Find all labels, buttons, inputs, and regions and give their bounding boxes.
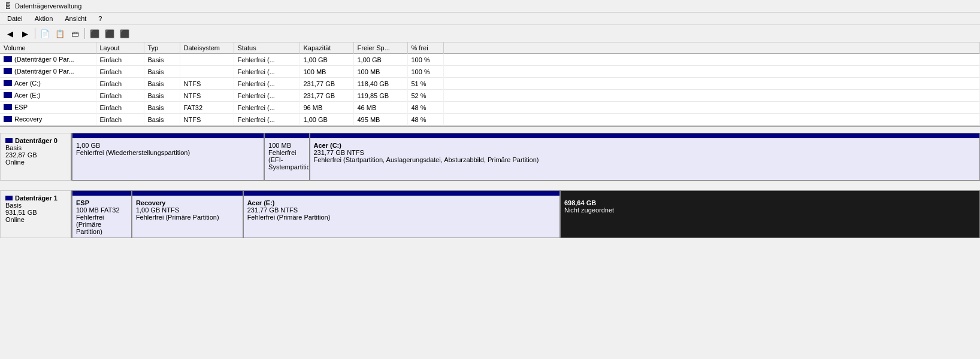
menu-item-aktion[interactable]: Aktion [32, 14, 56, 23]
table-row[interactable]: Acer (E:)EinfachBasisNTFSFehlerfrei (...… [0, 90, 980, 102]
disk-area: Datenträger 0 Basis 232,87 GB Online 1,0… [0, 127, 980, 359]
partition-label: ESP [76, 199, 128, 206]
cell-freier_sp: 46 MB [353, 102, 407, 114]
cell-prozent: 100 % [407, 66, 443, 78]
cell-typ: Basis [144, 90, 180, 102]
disk-icon [5, 138, 13, 143]
cell-freier_sp: 100 MB [353, 66, 407, 78]
disk-row: Datenträger 1 Basis 931,51 GB Online ESP… [0, 190, 980, 238]
cell-volume: (Datenträger 0 Par... [0, 54, 96, 66]
icon5[interactable]: ⬛ [103, 27, 116, 40]
forward-button[interactable]: ▶ [19, 27, 32, 40]
partition-bar [72, 133, 264, 138]
disk-type: Basis [5, 202, 66, 209]
disk-icon [5, 196, 13, 200]
title-bar: 🗄 Datenträgerverwaltung [0, 0, 980, 13]
cell-freier_sp: 495 MB [353, 114, 407, 126]
cell-kapazitaet: 1,00 GB [300, 54, 353, 66]
table-row[interactable]: Acer (C:)EinfachBasisNTFSFehlerfrei (...… [0, 78, 980, 90]
cell-volume: Recovery [0, 114, 96, 126]
table-row[interactable]: ESPEinfachBasisFAT32Fehlerfrei (...96 MB… [0, 102, 980, 114]
partition-size: 231,77 GB NTFS [314, 149, 976, 156]
disk-size: 931,51 GB [5, 209, 66, 216]
disk-label: Datenträger 0 Basis 232,87 GB Online [0, 133, 72, 181]
cell-prozent: 52 % [407, 90, 443, 102]
partition-desc: Fehlerfrei (Startpartition, Auslagerungs… [314, 156, 976, 163]
cell-kapazitaet: 1,00 GB [300, 114, 353, 126]
cell-volume: Acer (E:) [0, 90, 96, 102]
cell-prozent: 48 % [407, 102, 443, 114]
partition-desc: Fehlerfrei (Primäre Partition) [76, 214, 128, 235]
icon3[interactable]: 🗃 [68, 27, 81, 40]
partition-size: 1,00 GB [76, 142, 260, 149]
cell-status: Fehlerfrei (... [234, 102, 300, 114]
col-prozent: % frei [407, 42, 443, 54]
cell-typ: Basis [144, 114, 180, 126]
app-icon: 🗄 [5, 2, 11, 10]
main-area: Volume Layout Typ Dateisystem Status Kap… [0, 42, 980, 359]
partition-desc: Nicht zugeordnet [564, 206, 614, 214]
toolbar: ◀▶📄📋🗃⬛⬛⬛ [0, 25, 980, 42]
icon6[interactable]: ⬛ [118, 27, 131, 40]
partition-desc: Fehlerfrei (Wiederherstellungspartition) [76, 149, 260, 156]
cell-status: Fehlerfrei (... [234, 54, 300, 66]
partition-bar [72, 191, 131, 196]
menu-item-ansicht[interactable]: Ansicht [62, 14, 89, 23]
table-row[interactable]: (Datenträger 0 Par...EinfachBasisFehlerf… [0, 54, 980, 66]
cell-dateisystem: NTFS [180, 114, 234, 126]
partition[interactable]: 1,00 GB Fehlerfrei (Wiederherstellungspa… [72, 133, 265, 180]
col-dateisystem: Dateisystem [180, 42, 234, 54]
partition[interactable]: ESP 100 MB FAT32 Fehlerfrei (Primäre Par… [72, 191, 132, 238]
partition-bar [310, 133, 980, 138]
col-extra [443, 42, 980, 54]
partition[interactable]: 100 MB Fehlerfrei (EFI-Systempartition) [265, 133, 310, 180]
disk-partitions: ESP 100 MB FAT32 Fehlerfrei (Primäre Par… [72, 190, 980, 238]
cell-freier_sp: 119,85 GB [353, 90, 407, 102]
cell-extra [443, 54, 980, 66]
cell-layout: Einfach [96, 90, 144, 102]
col-typ: Typ [144, 42, 180, 54]
cell-kapazitaet: 96 MB [300, 102, 353, 114]
icon2[interactable]: 📋 [53, 27, 66, 40]
partition-size: 100 MB FAT32 [76, 206, 128, 214]
volume-table-area: Volume Layout Typ Dateisystem Status Kap… [0, 42, 980, 127]
cell-freier_sp: 1,00 GB [353, 54, 407, 66]
cell-extra [443, 78, 980, 90]
cell-typ: Basis [144, 66, 180, 78]
partition[interactable]: 698,64 GB Nicht zugeordnet [561, 191, 979, 238]
volume-table-body: (Datenträger 0 Par...EinfachBasisFehlerf… [0, 54, 980, 126]
cell-dateisystem [180, 54, 234, 66]
disk-row: Datenträger 0 Basis 232,87 GB Online 1,0… [0, 133, 980, 181]
disk-status: Online [5, 159, 66, 166]
cell-extra [443, 114, 980, 126]
icon4[interactable]: ⬛ [88, 27, 101, 40]
disk-status: Online [5, 216, 66, 223]
title-text: Datenträgerverwaltung [15, 2, 81, 10]
disk-label-name: Datenträger 0 [5, 137, 66, 144]
table-row[interactable]: (Datenträger 0 Par...EinfachBasisFehlerf… [0, 66, 980, 78]
col-kapazitaet: Kapazität [300, 42, 353, 54]
cell-extra [443, 102, 980, 114]
partition[interactable]: Acer (C:) 231,77 GB NTFS Fehlerfrei (Sta… [310, 133, 980, 180]
partition[interactable]: Acer (E:) 231,77 GB NTFS Fehlerfrei (Pri… [244, 191, 561, 238]
partition-desc: Fehlerfrei (Primäre Partition) [247, 214, 556, 221]
back-button[interactable]: ◀ [4, 27, 17, 40]
partition-label: Recovery [136, 199, 239, 206]
partition-size: 1,00 GB NTFS [136, 206, 239, 214]
menu-item-datei[interactable]: Datei [5, 14, 25, 23]
toolbar-separator [84, 28, 85, 39]
cell-typ: Basis [144, 54, 180, 66]
cell-typ: Basis [144, 102, 180, 114]
cell-freier_sp: 118,40 GB [353, 78, 407, 90]
menu-item-?[interactable]: ? [96, 14, 104, 23]
icon1[interactable]: 📄 [38, 27, 52, 40]
cell-dateisystem: NTFS [180, 90, 234, 102]
table-row[interactable]: RecoveryEinfachBasisNTFSFehlerfrei (...1… [0, 114, 980, 126]
disk-partitions: 1,00 GB Fehlerfrei (Wiederherstellungspa… [72, 133, 980, 181]
cell-extra [443, 66, 980, 78]
partition-bar [132, 191, 243, 196]
cell-dateisystem: FAT32 [180, 102, 234, 114]
partition[interactable]: Recovery 1,00 GB NTFS Fehlerfrei (Primär… [132, 191, 244, 238]
col-volume: Volume [0, 42, 96, 54]
cell-dateisystem [180, 66, 234, 78]
